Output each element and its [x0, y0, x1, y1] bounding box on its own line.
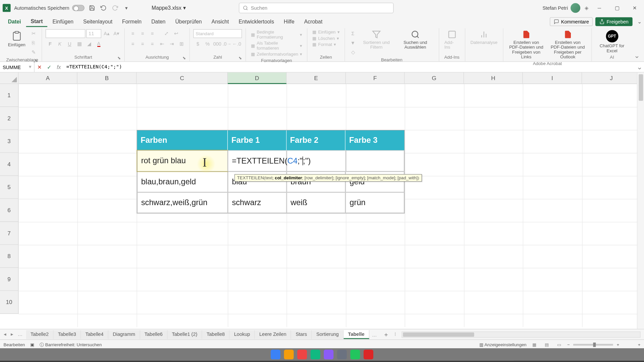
align-top-icon[interactable]: ≡ — [128, 29, 137, 38]
font-size-input[interactable] — [86, 29, 101, 38]
sheet-tab-tabelle4[interactable]: Tabelle4 — [81, 330, 108, 339]
format-as-table-button[interactable]: ▦Als Tabelle formatieren ▾ — [250, 40, 304, 51]
fill-icon[interactable]: ▼ — [348, 39, 357, 47]
cell-c4[interactable]: rot grün blau — [137, 150, 228, 171]
border-icon[interactable]: ▦ — [75, 39, 84, 48]
taskbar-app-icon[interactable] — [364, 350, 373, 359]
format-cells-button[interactable]: ▦Format ▾ — [311, 42, 337, 47]
cell-d6[interactable]: schwarz — [228, 192, 287, 213]
cell-c6[interactable]: schwarz,weiß,grün — [137, 192, 228, 213]
align-center-icon[interactable]: ≡ — [138, 39, 147, 48]
zoom-out-button[interactable]: − — [567, 342, 570, 347]
minimize-button[interactable]: ─ — [593, 2, 606, 14]
filename-label[interactable]: Mappe3.xlsx ▾ — [152, 5, 186, 11]
cell-styles-button[interactable]: ▦Zellenformatvorlagen ▾ — [250, 51, 304, 57]
column-header-f[interactable]: F — [346, 72, 405, 84]
sheet-more-icon[interactable]: … — [369, 332, 379, 337]
autosum-icon[interactable]: Σ — [348, 29, 357, 38]
diamond-icon[interactable]: ◈ — [585, 5, 588, 11]
sheet-tab-tabelle1-2-[interactable]: Tabelle1 (2) — [167, 330, 202, 339]
display-settings-button[interactable]: ▥ Anzeigeeinstellungen — [479, 342, 526, 347]
fill-color-icon[interactable]: ◢ — [85, 39, 93, 48]
tab-insert[interactable]: Einfügen — [48, 17, 78, 26]
addins-button[interactable]: Add-Ins — [442, 29, 461, 50]
sheet-tab-tabelle[interactable]: Tabelle — [343, 330, 369, 339]
inc-decimal-icon[interactable]: .0→ — [223, 39, 231, 48]
taskbar-app-icon[interactable] — [284, 350, 294, 359]
sheet-tab-tabelle3[interactable]: Tabelle3 — [54, 330, 81, 339]
underline-icon[interactable]: U — [65, 39, 74, 48]
tab-view[interactable]: Ansicht — [207, 17, 233, 26]
tab-formulas[interactable]: Formeln — [118, 17, 146, 26]
row-header-2[interactable]: 2 — [0, 107, 18, 130]
spreadsheet-grid[interactable]: ABCDEFGHIJ 12345678910 Farben Farbe 1 Fa… — [0, 72, 644, 329]
page-break-view-icon[interactable]: ▭ — [555, 341, 564, 348]
sheet-tab-stars[interactable]: Stars — [291, 330, 312, 339]
bold-icon[interactable]: F — [46, 39, 54, 48]
column-header-d[interactable]: D — [228, 72, 286, 84]
create-pdf-link-button[interactable]: Erstellen von PDF-Dateien und Freigeben … — [507, 29, 546, 60]
cell-d4-editing[interactable]: =TEXTTEILEN(C4;";") — [228, 150, 286, 171]
row-header-10[interactable]: 10 — [0, 291, 18, 314]
row-header-7[interactable]: 7 — [0, 222, 18, 245]
align-left-icon[interactable]: ≡ — [128, 39, 137, 48]
merge-icon[interactable]: ⊞ — [177, 39, 186, 48]
font-color-icon[interactable]: A — [94, 39, 103, 48]
taskbar-app-icon[interactable] — [311, 350, 320, 359]
sort-filter-button[interactable]: Sortieren und Filtern — [359, 29, 394, 50]
delete-cells-button[interactable]: ▦Löschen ▾ — [311, 35, 340, 41]
copy-icon[interactable]: ⎘ — [29, 39, 38, 47]
cell-f4[interactable] — [346, 150, 405, 171]
tab-pagelayout[interactable]: Seitenlayout — [79, 17, 117, 26]
column-header-i[interactable]: I — [523, 72, 582, 84]
cell-f6[interactable]: grün — [345, 192, 404, 213]
sheet-tab-tabelle6[interactable]: Tabelle6 — [140, 330, 168, 339]
page-layout-view-icon[interactable]: ▤ — [542, 341, 551, 348]
conditional-formatting-button[interactable]: ▦Bedingte Formatierung ▾ — [250, 29, 304, 40]
taskbar-app-icon[interactable] — [324, 350, 333, 359]
italic-icon[interactable]: K — [55, 39, 64, 48]
sheet-tab-tabelle8[interactable]: Tabelle8 — [202, 330, 230, 339]
zoom-in-button[interactable]: + — [616, 342, 619, 347]
format-painter-icon[interactable]: ✎ — [29, 48, 38, 56]
tab-developer[interactable]: Entwicklertools — [234, 17, 278, 26]
macro-record-icon[interactable]: ▣ — [30, 342, 34, 347]
sheet-nav-prev-icon[interactable]: ▸ — [9, 330, 15, 338]
number-format-input[interactable] — [194, 29, 242, 38]
column-header-e[interactable]: E — [287, 72, 346, 84]
indent-dec-icon[interactable]: ⇤ — [158, 39, 166, 48]
collapse-ribbon-icon[interactable]: ⌄ — [635, 18, 644, 24]
qat-dropdown-icon[interactable]: ▾ — [122, 4, 130, 12]
find-select-button[interactable]: Suchen und Auswählen — [395, 29, 435, 50]
redo-icon[interactable] — [111, 4, 119, 12]
currency-icon[interactable]: $ — [194, 39, 202, 48]
row-header-4[interactable]: 4 — [0, 153, 18, 176]
clear-icon[interactable]: ◇ — [348, 48, 357, 56]
cancel-formula-icon[interactable]: ✕ — [35, 64, 44, 70]
column-header-a[interactable]: A — [18, 72, 77, 84]
accept-formula-icon[interactable]: ✓ — [44, 64, 54, 70]
column-header-g[interactable]: G — [405, 72, 464, 84]
comments-button[interactable]: Kommentare — [550, 17, 593, 26]
row-header-6[interactable]: 6 — [0, 199, 18, 222]
column-header-b[interactable]: B — [77, 72, 137, 84]
cut-icon[interactable]: ✂ — [29, 29, 38, 38]
data-analysis-button[interactable]: Datenanalyse — [469, 29, 499, 46]
add-sheet-button[interactable]: ＋ — [379, 330, 393, 339]
sheet-tab-sortierung[interactable]: Sortierung — [312, 330, 344, 339]
taskbar-app-icon[interactable] — [271, 350, 280, 359]
accessibility-status[interactable]: ⓘ Barrierefreiheit: Untersuchen — [40, 342, 102, 348]
orientation-icon[interactable]: ⤢ — [162, 29, 171, 38]
font-name-input[interactable] — [46, 29, 86, 38]
select-all-button[interactable] — [0, 72, 18, 84]
tab-file[interactable]: Datei — [4, 17, 25, 26]
column-header-c[interactable]: C — [137, 72, 228, 84]
row-header-8[interactable]: 8 — [0, 245, 18, 268]
normal-view-icon[interactable]: ▦ — [530, 341, 539, 348]
decrease-font-icon[interactable]: A▾ — [112, 29, 121, 38]
maximize-button[interactable]: ▢ — [610, 2, 624, 14]
search-input[interactable]: Suchen — [239, 3, 394, 13]
row-header-5[interactable]: 5 — [0, 176, 18, 199]
sheet-nav-first-icon[interactable]: ◂ — [2, 330, 8, 338]
undo-icon[interactable] — [99, 4, 107, 12]
